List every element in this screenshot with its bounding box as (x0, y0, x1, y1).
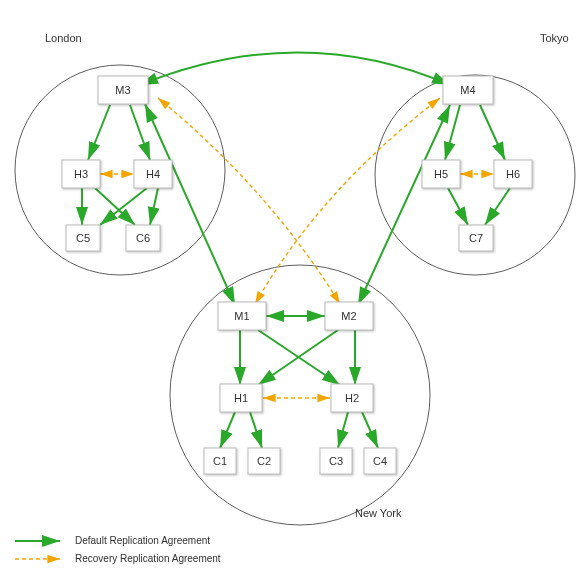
node-c2: C2 (248, 448, 280, 474)
node-m2: M2 (325, 302, 373, 330)
edge-h2-c3 (338, 412, 348, 448)
region-label-london: London (45, 32, 82, 44)
svg-text:H1: H1 (234, 392, 248, 404)
svg-text:H3: H3 (74, 168, 88, 180)
region-label-newyork: New York (355, 507, 402, 519)
node-m1: M1 (218, 302, 266, 330)
node-c4: C4 (364, 448, 396, 474)
svg-text:C1: C1 (213, 455, 227, 467)
edge-h3-c6 (95, 188, 135, 225)
edge-h4-c6 (150, 188, 158, 225)
svg-text:H4: H4 (146, 168, 160, 180)
svg-text:M1: M1 (234, 310, 249, 322)
node-c5: C5 (66, 225, 100, 251)
region-label-tokyo: Tokyo (540, 32, 569, 44)
svg-text:H6: H6 (506, 168, 520, 180)
edge-h1-c2 (250, 412, 262, 448)
edge-h6-c7 (485, 188, 510, 225)
edge-m3-h4 (130, 105, 150, 160)
svg-text:M3: M3 (115, 84, 130, 96)
svg-text:H2: H2 (345, 392, 359, 404)
node-c6: C6 (126, 225, 160, 251)
svg-text:M4: M4 (460, 84, 475, 96)
edge-m3-m2-recovery (158, 98, 340, 304)
svg-text:C5: C5 (76, 232, 90, 244)
svg-text:H5: H5 (434, 168, 448, 180)
legend: Default Replication Agreement Recovery R… (15, 535, 221, 564)
edge-m3-m1 (145, 104, 235, 305)
svg-text:M2: M2 (341, 310, 356, 322)
legend-recovery-label: Recovery Replication Agreement (75, 553, 221, 564)
node-h1: H1 (220, 384, 262, 412)
node-h6: H6 (494, 160, 532, 188)
node-m4: M4 (443, 76, 493, 104)
node-m3: M3 (98, 76, 148, 104)
edge-m4-h6 (480, 105, 505, 160)
edge-h1-c1 (220, 412, 235, 448)
node-c1: C1 (204, 448, 236, 474)
node-h5: H5 (422, 160, 460, 188)
edge-m4-m2 (358, 105, 450, 305)
node-c7: C7 (459, 225, 493, 251)
edge-m3-h3 (88, 105, 110, 160)
node-h2: H2 (331, 384, 373, 412)
region-newyork (170, 265, 430, 525)
svg-text:C4: C4 (373, 455, 387, 467)
edge-h2-c4 (362, 412, 378, 448)
edge-m3-m4 (140, 53, 450, 86)
svg-text:C2: C2 (257, 455, 271, 467)
node-h3: H3 (62, 160, 100, 188)
svg-text:C3: C3 (329, 455, 343, 467)
svg-text:C6: C6 (136, 232, 150, 244)
node-h4: H4 (134, 160, 172, 188)
node-c3: C3 (320, 448, 352, 474)
svg-text:C7: C7 (469, 232, 483, 244)
edge-h4-c5 (100, 188, 147, 225)
legend-default-label: Default Replication Agreement (75, 535, 210, 546)
topology-diagram: London Tokyo New York M3 M4 H3 H4 C5 C6 … (0, 0, 588, 572)
edge-m4-m1-recovery (255, 98, 440, 304)
edge-h5-c7 (448, 188, 468, 225)
